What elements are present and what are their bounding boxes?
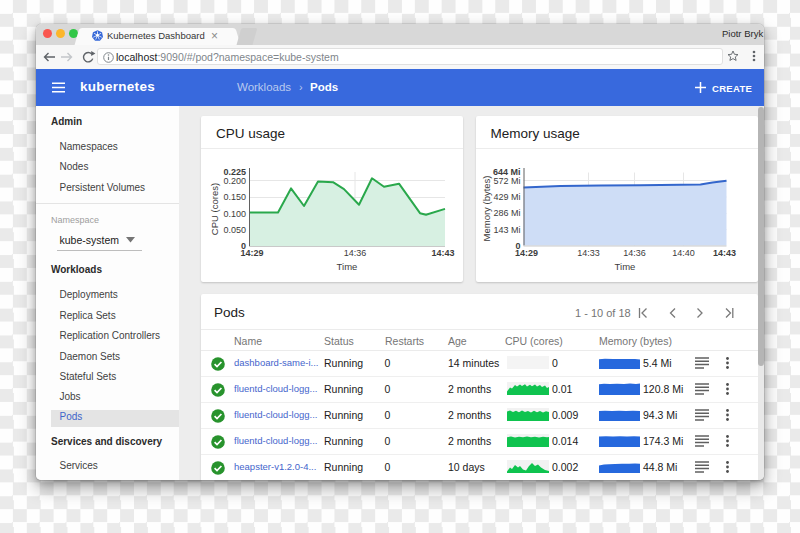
svg-text:14:43: 14:43	[431, 248, 454, 258]
svg-text:14:29: 14:29	[514, 247, 537, 257]
svg-text:0.200: 0.200	[223, 176, 246, 186]
svg-text:14:36: 14:36	[623, 247, 646, 257]
svg-text:0.050: 0.050	[223, 225, 246, 235]
svg-text:Time: Time	[614, 260, 635, 271]
svg-text:14:40: 14:40	[672, 247, 695, 257]
svg-text:143 Mi: 143 Mi	[493, 224, 520, 234]
svg-text:14:36: 14:36	[344, 248, 367, 258]
svg-text:Time: Time	[337, 261, 358, 272]
svg-text:14:29: 14:29	[240, 248, 263, 258]
svg-text:286 Mi: 286 Mi	[493, 208, 520, 218]
svg-text:Memory (bytes): Memory (bytes)	[481, 175, 492, 241]
svg-text:CPU (cores): CPU (cores)	[209, 183, 220, 235]
svg-text:14:33: 14:33	[577, 247, 600, 257]
svg-text:572 Mi: 572 Mi	[493, 175, 520, 185]
svg-text:429 Mi: 429 Mi	[493, 192, 520, 202]
svg-text:0.150: 0.150	[223, 192, 246, 202]
svg-text:14:43: 14:43	[712, 247, 735, 257]
svg-text:0.100: 0.100	[223, 209, 246, 219]
